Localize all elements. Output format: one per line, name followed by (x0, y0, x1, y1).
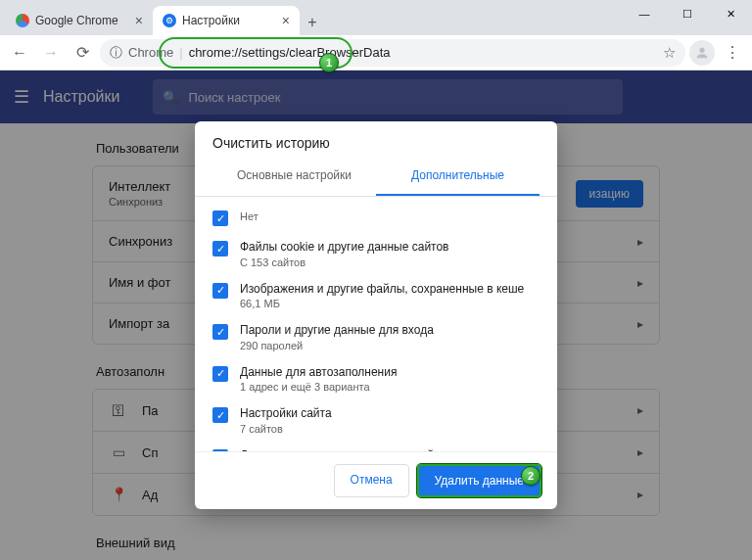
close-tab-icon[interactable]: × (135, 13, 143, 28)
back-button[interactable]: ← (6, 39, 33, 67)
tab-google-chrome[interactable]: Google Chrome × (6, 6, 153, 35)
check-sub: 7 сайтов (240, 423, 332, 435)
checkbox-row[interactable]: ✓Пароли и другие данные для входа290 пар… (212, 316, 553, 358)
forward-button[interactable]: → (37, 39, 65, 67)
bookmark-icon[interactable]: ☆ (663, 44, 676, 62)
check-label: Настройки сайта (240, 406, 332, 422)
dialog-title: Очистить историю (195, 121, 557, 157)
gear-favicon: ⚙ (163, 14, 176, 27)
dialog-body[interactable]: ✓Нет✓Файлы cookie и другие данные сайтов… (195, 197, 557, 451)
address-bar[interactable]: ⓘ Chrome | chrome://settings/clearBrowse… (100, 39, 685, 67)
checkbox-row[interactable]: ✓Данные размещаемых приложений6 приложен… (212, 442, 553, 451)
tab-basic[interactable]: Основные настройки (212, 157, 376, 196)
tab-advanced[interactable]: Дополнительные (376, 157, 540, 196)
new-tab-button[interactable]: + (300, 10, 325, 35)
address-url: chrome://settings/clearBrowserData (189, 45, 391, 60)
check-label: Файлы cookie и другие данные сайтов (240, 240, 449, 256)
checkbox-row[interactable]: ✓Настройки сайта7 сайтов (212, 399, 553, 442)
checkbox[interactable]: ✓ (212, 366, 228, 382)
check-sub: 66,1 МБ (240, 298, 524, 309)
checkbox-row[interactable]: ✓Изображения и другие файлы, сохраненные… (212, 275, 553, 317)
close-tab-icon[interactable]: × (282, 13, 290, 28)
checkbox[interactable]: ✓ (212, 283, 228, 299)
close-window-button[interactable]: ✕ (709, 0, 752, 27)
check-label: Данные для автозаполнения (240, 365, 397, 381)
annotation-badge-2: 2 (521, 466, 540, 486)
clear-data-dialog: Очистить историю Основные настройки Допо… (195, 121, 557, 509)
cancel-button[interactable]: Отмена (334, 464, 409, 497)
checkbox-row[interactable]: ✓Данные для автозаполнения1 адрес и ещё … (212, 358, 553, 400)
site-info-icon[interactable]: ⓘ (110, 44, 122, 62)
check-label: Нет (240, 210, 258, 223)
checkbox[interactable]: ✓ (212, 324, 228, 340)
checkbox-row[interactable]: ✓Нет (212, 203, 553, 233)
menu-button[interactable]: ⋮ (719, 43, 746, 62)
check-label: Изображения и другие файлы, сохраненные … (240, 282, 524, 298)
check-sub: 1 адрес и ещё 3 варианта (240, 381, 397, 393)
tab-label: Настройки (182, 14, 240, 27)
check-sub: С 153 сайтов (240, 257, 449, 268)
maximize-button[interactable]: ☐ (666, 0, 709, 27)
check-label: Данные размещаемых приложений (240, 448, 449, 451)
tab-settings[interactable]: ⚙ Настройки × (153, 6, 300, 35)
profile-avatar[interactable] (689, 40, 715, 66)
checkbox-row[interactable]: ✓Файлы cookie и другие данные сайтовС 15… (212, 233, 553, 275)
annotation-badge-1: 1 (319, 53, 339, 72)
checkbox[interactable]: ✓ (212, 407, 228, 423)
check-label: Пароли и другие данные для входа (240, 323, 434, 339)
check-sub: 290 паролей (240, 340, 434, 351)
checkbox[interactable]: ✓ (212, 210, 228, 226)
toolbar: ← → ⟳ ⓘ Chrome | chrome://settings/clear… (0, 35, 752, 70)
address-scheme: Chrome (128, 45, 173, 60)
minimize-button[interactable]: — (623, 0, 666, 27)
chrome-favicon (16, 14, 29, 27)
reload-button[interactable]: ⟳ (69, 39, 96, 67)
svg-point-0 (699, 47, 704, 52)
checkbox[interactable]: ✓ (212, 449, 228, 451)
checkbox[interactable]: ✓ (212, 241, 228, 257)
tab-label: Google Chrome (35, 14, 118, 27)
